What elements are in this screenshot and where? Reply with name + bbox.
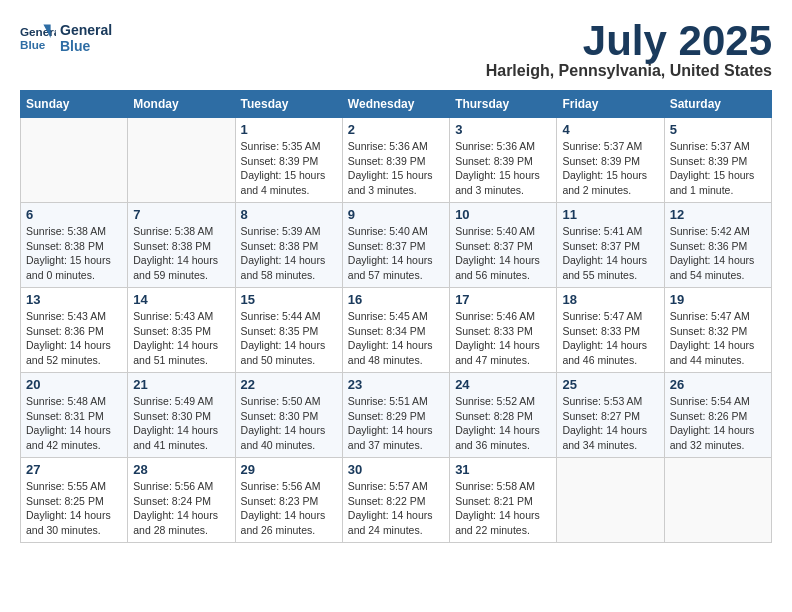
calendar-cell: 3Sunrise: 5:36 AMSunset: 8:39 PMDaylight…: [450, 118, 557, 203]
calendar-cell: [664, 458, 771, 543]
calendar-cell: 14Sunrise: 5:43 AMSunset: 8:35 PMDayligh…: [128, 288, 235, 373]
day-info: Sunrise: 5:58 AMSunset: 8:21 PMDaylight:…: [455, 479, 551, 538]
day-info: Sunrise: 5:52 AMSunset: 8:28 PMDaylight:…: [455, 394, 551, 453]
day-info: Sunrise: 5:38 AMSunset: 8:38 PMDaylight:…: [26, 224, 122, 283]
day-number: 28: [133, 462, 229, 477]
day-info: Sunrise: 5:46 AMSunset: 8:33 PMDaylight:…: [455, 309, 551, 368]
svg-text:Blue: Blue: [20, 38, 46, 51]
day-info: Sunrise: 5:50 AMSunset: 8:30 PMDaylight:…: [241, 394, 337, 453]
day-number: 11: [562, 207, 658, 222]
day-number: 15: [241, 292, 337, 307]
day-info: Sunrise: 5:54 AMSunset: 8:26 PMDaylight:…: [670, 394, 766, 453]
day-number: 21: [133, 377, 229, 392]
location-title: Harleigh, Pennsylvania, United States: [486, 62, 772, 80]
day-info: Sunrise: 5:40 AMSunset: 8:37 PMDaylight:…: [455, 224, 551, 283]
day-number: 20: [26, 377, 122, 392]
day-info: Sunrise: 5:47 AMSunset: 8:32 PMDaylight:…: [670, 309, 766, 368]
day-info: Sunrise: 5:51 AMSunset: 8:29 PMDaylight:…: [348, 394, 444, 453]
page-header: General Blue General Blue July 2025 Harl…: [20, 20, 772, 80]
day-number: 14: [133, 292, 229, 307]
weekday-header: Thursday: [450, 91, 557, 118]
day-info: Sunrise: 5:41 AMSunset: 8:37 PMDaylight:…: [562, 224, 658, 283]
day-info: Sunrise: 5:43 AMSunset: 8:36 PMDaylight:…: [26, 309, 122, 368]
day-number: 12: [670, 207, 766, 222]
calendar-cell: 8Sunrise: 5:39 AMSunset: 8:38 PMDaylight…: [235, 203, 342, 288]
month-title: July 2025: [486, 20, 772, 62]
calendar-cell: 30Sunrise: 5:57 AMSunset: 8:22 PMDayligh…: [342, 458, 449, 543]
weekday-header: Tuesday: [235, 91, 342, 118]
day-number: 17: [455, 292, 551, 307]
day-number: 24: [455, 377, 551, 392]
day-info: Sunrise: 5:43 AMSunset: 8:35 PMDaylight:…: [133, 309, 229, 368]
day-number: 13: [26, 292, 122, 307]
day-number: 5: [670, 122, 766, 137]
calendar-cell: 17Sunrise: 5:46 AMSunset: 8:33 PMDayligh…: [450, 288, 557, 373]
day-info: Sunrise: 5:38 AMSunset: 8:38 PMDaylight:…: [133, 224, 229, 283]
day-info: Sunrise: 5:57 AMSunset: 8:22 PMDaylight:…: [348, 479, 444, 538]
calendar-cell: 13Sunrise: 5:43 AMSunset: 8:36 PMDayligh…: [21, 288, 128, 373]
day-info: Sunrise: 5:35 AMSunset: 8:39 PMDaylight:…: [241, 139, 337, 198]
day-number: 2: [348, 122, 444, 137]
day-info: Sunrise: 5:40 AMSunset: 8:37 PMDaylight:…: [348, 224, 444, 283]
calendar-cell: 26Sunrise: 5:54 AMSunset: 8:26 PMDayligh…: [664, 373, 771, 458]
calendar-cell: 15Sunrise: 5:44 AMSunset: 8:35 PMDayligh…: [235, 288, 342, 373]
day-number: 10: [455, 207, 551, 222]
day-number: 26: [670, 377, 766, 392]
calendar-cell: [128, 118, 235, 203]
calendar-cell: 23Sunrise: 5:51 AMSunset: 8:29 PMDayligh…: [342, 373, 449, 458]
day-number: 22: [241, 377, 337, 392]
calendar-cell: 25Sunrise: 5:53 AMSunset: 8:27 PMDayligh…: [557, 373, 664, 458]
calendar-cell: 27Sunrise: 5:55 AMSunset: 8:25 PMDayligh…: [21, 458, 128, 543]
calendar-cell: 24Sunrise: 5:52 AMSunset: 8:28 PMDayligh…: [450, 373, 557, 458]
calendar-cell: 31Sunrise: 5:58 AMSunset: 8:21 PMDayligh…: [450, 458, 557, 543]
day-info: Sunrise: 5:53 AMSunset: 8:27 PMDaylight:…: [562, 394, 658, 453]
day-info: Sunrise: 5:48 AMSunset: 8:31 PMDaylight:…: [26, 394, 122, 453]
logo: General Blue General Blue: [20, 20, 112, 56]
day-number: 31: [455, 462, 551, 477]
day-number: 27: [26, 462, 122, 477]
calendar-cell: 21Sunrise: 5:49 AMSunset: 8:30 PMDayligh…: [128, 373, 235, 458]
calendar-week-row: 6Sunrise: 5:38 AMSunset: 8:38 PMDaylight…: [21, 203, 772, 288]
day-number: 19: [670, 292, 766, 307]
calendar-cell: 29Sunrise: 5:56 AMSunset: 8:23 PMDayligh…: [235, 458, 342, 543]
day-info: Sunrise: 5:56 AMSunset: 8:23 PMDaylight:…: [241, 479, 337, 538]
day-info: Sunrise: 5:37 AMSunset: 8:39 PMDaylight:…: [562, 139, 658, 198]
day-number: 18: [562, 292, 658, 307]
calendar-cell: 9Sunrise: 5:40 AMSunset: 8:37 PMDaylight…: [342, 203, 449, 288]
day-number: 6: [26, 207, 122, 222]
logo-line1: General: [60, 22, 112, 38]
day-number: 4: [562, 122, 658, 137]
calendar-cell: 10Sunrise: 5:40 AMSunset: 8:37 PMDayligh…: [450, 203, 557, 288]
day-info: Sunrise: 5:56 AMSunset: 8:24 PMDaylight:…: [133, 479, 229, 538]
day-info: Sunrise: 5:55 AMSunset: 8:25 PMDaylight:…: [26, 479, 122, 538]
calendar-cell: [21, 118, 128, 203]
weekday-header: Wednesday: [342, 91, 449, 118]
day-info: Sunrise: 5:37 AMSunset: 8:39 PMDaylight:…: [670, 139, 766, 198]
day-info: Sunrise: 5:47 AMSunset: 8:33 PMDaylight:…: [562, 309, 658, 368]
day-number: 29: [241, 462, 337, 477]
day-number: 9: [348, 207, 444, 222]
weekday-header: Monday: [128, 91, 235, 118]
day-number: 30: [348, 462, 444, 477]
day-number: 8: [241, 207, 337, 222]
day-info: Sunrise: 5:39 AMSunset: 8:38 PMDaylight:…: [241, 224, 337, 283]
day-info: Sunrise: 5:36 AMSunset: 8:39 PMDaylight:…: [455, 139, 551, 198]
title-block: July 2025 Harleigh, Pennsylvania, United…: [486, 20, 772, 80]
calendar-week-row: 20Sunrise: 5:48 AMSunset: 8:31 PMDayligh…: [21, 373, 772, 458]
day-number: 7: [133, 207, 229, 222]
day-number: 23: [348, 377, 444, 392]
calendar-cell: 5Sunrise: 5:37 AMSunset: 8:39 PMDaylight…: [664, 118, 771, 203]
calendar-cell: 1Sunrise: 5:35 AMSunset: 8:39 PMDaylight…: [235, 118, 342, 203]
day-number: 16: [348, 292, 444, 307]
calendar-cell: 18Sunrise: 5:47 AMSunset: 8:33 PMDayligh…: [557, 288, 664, 373]
calendar-table: SundayMondayTuesdayWednesdayThursdayFrid…: [20, 90, 772, 543]
day-info: Sunrise: 5:45 AMSunset: 8:34 PMDaylight:…: [348, 309, 444, 368]
logo-line2: Blue: [60, 38, 112, 54]
calendar-cell: 12Sunrise: 5:42 AMSunset: 8:36 PMDayligh…: [664, 203, 771, 288]
logo-icon: General Blue: [20, 20, 56, 56]
calendar-cell: 2Sunrise: 5:36 AMSunset: 8:39 PMDaylight…: [342, 118, 449, 203]
calendar-week-row: 13Sunrise: 5:43 AMSunset: 8:36 PMDayligh…: [21, 288, 772, 373]
calendar-cell: 22Sunrise: 5:50 AMSunset: 8:30 PMDayligh…: [235, 373, 342, 458]
calendar-cell: 4Sunrise: 5:37 AMSunset: 8:39 PMDaylight…: [557, 118, 664, 203]
day-info: Sunrise: 5:42 AMSunset: 8:36 PMDaylight:…: [670, 224, 766, 283]
